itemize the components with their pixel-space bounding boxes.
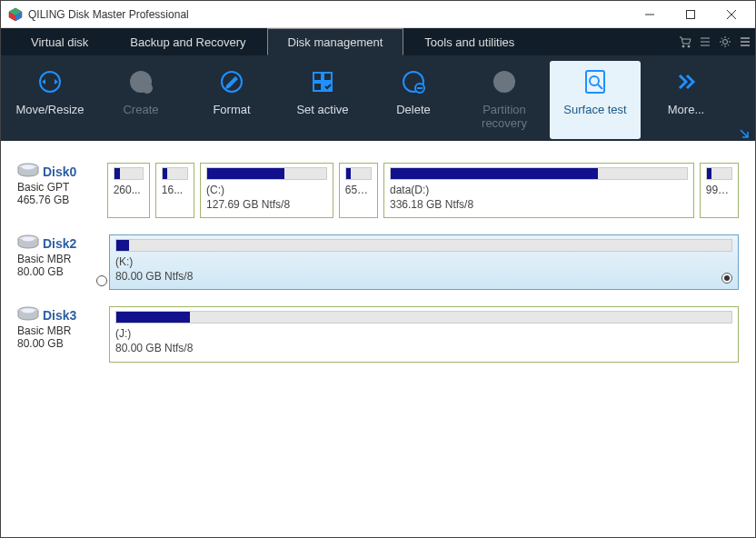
tab-virtual-disk[interactable]: Virtual disk	[10, 28, 109, 55]
more-button[interactable]: More...	[641, 61, 731, 139]
svg-point-8	[688, 45, 690, 47]
create-icon	[125, 66, 156, 97]
titlebar: QILING Disk Master Professional	[1, 1, 755, 28]
hdd-icon	[17, 163, 39, 181]
partition[interactable]: (J:) 80.00 GB Ntfs/8	[109, 306, 739, 362]
create-button: Create	[95, 61, 186, 139]
disk-type: Basic MBR	[17, 324, 71, 337]
partition[interactable]: 260...	[107, 163, 150, 218]
app-logo-icon	[8, 7, 23, 22]
svg-point-31	[590, 76, 599, 85]
toolbar-label: Move/Resize	[15, 103, 84, 116]
partition-selected[interactable]: (K:) 80.00 GB Ntfs/8	[109, 234, 739, 290]
toolbar-label: More...	[668, 103, 704, 116]
cart-icon[interactable]	[675, 28, 695, 55]
menu-icon[interactable]	[735, 28, 755, 55]
partition-size: 995...	[706, 184, 732, 198]
delete-button[interactable]: Delete	[368, 61, 459, 139]
svg-rect-4	[686, 10, 694, 18]
partition-size: 16...	[162, 184, 188, 198]
maximize-button[interactable]	[670, 1, 711, 28]
list-icon[interactable]	[695, 28, 715, 55]
partition-recovery-icon	[489, 66, 520, 97]
svg-rect-24	[313, 83, 322, 91]
toolbar-label: Set active	[296, 103, 348, 116]
disk-row: Disk2 Basic MBR 80.00 GB (K:) 80.00 GB N…	[17, 234, 739, 290]
partition-recovery-button: Partition recovery	[459, 61, 550, 139]
disk-name: Disk0	[43, 164, 76, 179]
hdd-icon	[17, 234, 39, 253]
partition-size: 127.69 GB Ntfs/8	[206, 198, 327, 213]
disk-type: Basic MBR	[17, 253, 71, 265]
disk-info: Disk0 Basic GPT 465.76 GB	[17, 163, 102, 218]
toolbar-label: Surface test	[563, 103, 626, 116]
window-title: QILING Disk Master Professional	[28, 8, 629, 21]
partition-size: 80.00 GB Ntfs/8	[115, 342, 732, 356]
svg-rect-23	[323, 73, 332, 81]
move-resize-button[interactable]: Move/Resize	[5, 61, 95, 139]
disk-row: Disk3 Basic MBR 80.00 GB (J:) 80.00 GB N…	[17, 306, 739, 362]
partition-size: 260...	[114, 184, 144, 198]
svg-point-36	[22, 237, 35, 242]
svg-rect-22	[313, 73, 322, 81]
disk-name: Disk2	[43, 236, 76, 251]
disk-radio[interactable]	[96, 275, 107, 286]
expand-toolbar-icon[interactable]	[739, 128, 750, 139]
toolbar-label: Delete	[396, 103, 431, 116]
main-tabs: Virtual disk Backup and Recovery Disk ma…	[1, 28, 755, 55]
tab-backup-recovery[interactable]: Backup and Recovery	[109, 28, 266, 55]
toolbar-label: Partition recovery	[482, 103, 527, 130]
partition[interactable]: 653...	[339, 163, 378, 218]
hdd-icon	[17, 306, 39, 324]
format-button[interactable]: Format	[186, 61, 277, 139]
disk-capacity: 465.76 GB	[17, 194, 69, 206]
partition-letter: (K:)	[115, 255, 732, 270]
set-active-button[interactable]: Set active	[277, 61, 368, 139]
close-button[interactable]	[711, 1, 751, 28]
svg-line-32	[598, 85, 602, 89]
toolbar-label: Format	[213, 103, 250, 116]
disk-name: Disk3	[43, 308, 76, 323]
partition-letter: (C:)	[206, 184, 327, 198]
partition-size: 653...	[345, 184, 372, 198]
svg-point-12	[723, 40, 728, 45]
svg-point-34	[22, 165, 35, 170]
format-icon	[216, 66, 247, 97]
disk-capacity: 80.00 GB	[17, 265, 64, 278]
set-active-icon	[307, 66, 338, 97]
svg-point-38	[22, 309, 35, 314]
partition[interactable]: 16...	[155, 163, 194, 218]
partition-letter: (J:)	[115, 327, 732, 342]
partition-size: 336.18 GB Ntfs/8	[390, 198, 688, 213]
tab-tools-utilities[interactable]: Tools and utilities	[403, 28, 535, 55]
partition[interactable]: 995...	[700, 163, 739, 218]
disk-info: Disk2 Basic MBR 80.00 GB	[17, 234, 104, 290]
minimize-button[interactable]	[629, 1, 670, 28]
move-resize-icon	[35, 66, 65, 97]
delete-icon	[398, 66, 429, 97]
more-icon	[671, 66, 701, 97]
partition-letter: data(D:)	[390, 184, 688, 198]
partition-size: 80.00 GB Ntfs/8	[115, 270, 732, 284]
disk-type: Basic GPT	[17, 181, 69, 194]
tab-disk-management[interactable]: Disk management	[267, 28, 404, 55]
partition[interactable]: data(D:)336.18 GB Ntfs/8	[383, 163, 694, 218]
surface-test-icon	[580, 66, 611, 97]
disk-list: Disk0 Basic GPT 465.76 GB 260... 16... (…	[1, 141, 755, 532]
disk-capacity: 80.00 GB	[17, 337, 64, 350]
gear-icon[interactable]	[715, 28, 735, 55]
disk-row: Disk0 Basic GPT 465.76 GB 260... 16... (…	[17, 163, 739, 218]
toolbar-label: Create	[123, 103, 158, 116]
disk-info: Disk3 Basic MBR 80.00 GB	[17, 306, 104, 362]
action-toolbar: Move/Resize Create Format Set active Del…	[1, 55, 755, 141]
partition[interactable]: (C:)127.69 GB Ntfs/8	[200, 163, 333, 218]
svg-point-7	[682, 45, 684, 47]
surface-test-button[interactable]: Surface test	[550, 61, 641, 139]
